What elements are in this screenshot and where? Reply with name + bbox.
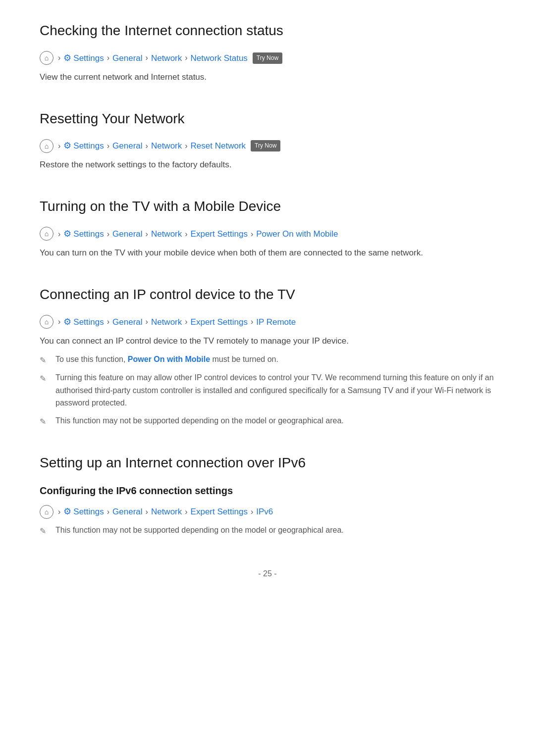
bc-expert-5: Expert Settings xyxy=(191,505,248,518)
section-resetting-network: Resetting Your Network ⌂ › ⚙ Settings › … xyxy=(40,108,495,172)
bc-dest-3: Power On with Mobile xyxy=(256,227,338,241)
section-title-checking: Checking the Internet connection status xyxy=(40,20,495,42)
home-icon: ⌂ xyxy=(40,51,54,65)
note-item-1: ✎ To use this function, Power On with Mo… xyxy=(40,353,495,367)
bc-dest-1: Network Status xyxy=(191,51,248,65)
pencil-icon-3: ✎ xyxy=(40,414,51,428)
section-title-mobile: Turning on the TV with a Mobile Device xyxy=(40,196,495,218)
desc-mobile: You can turn on the TV with your mobile … xyxy=(40,246,495,260)
section-title-ip: Connecting an IP control device to the T… xyxy=(40,284,495,306)
bc-expert-3: Expert Settings xyxy=(191,227,248,241)
page-number: - 25 - xyxy=(40,567,495,580)
section-ipv6: Setting up an Internet connection over I… xyxy=(40,452,495,538)
breadcrumb-ipv6: ⌂ › ⚙ Settings › General › Network › Exp… xyxy=(40,504,495,519)
note-text-3: This function may not be supported depen… xyxy=(55,414,495,427)
try-now-badge-2[interactable]: Try Now xyxy=(251,140,280,151)
bc-general-3: General xyxy=(112,227,142,241)
desc-resetting: Restore the network settings to the fact… xyxy=(40,158,495,172)
note-item-2: ✎ Turning this feature on may allow othe… xyxy=(40,371,495,409)
bc-network-4: Network xyxy=(151,315,182,329)
bc-network-1: Network xyxy=(151,51,182,65)
power-on-mobile-link: Power On with Mobile xyxy=(128,355,210,363)
ipv6-notes-list: ✎ This function may not be supported dep… xyxy=(40,524,495,538)
gear-icon-4: ⚙ xyxy=(63,315,71,329)
bc-settings-2: Settings xyxy=(73,139,104,152)
home-icon-2: ⌂ xyxy=(40,139,54,153)
bc-network-2: Network xyxy=(151,139,182,152)
gear-icon-1: ⚙ xyxy=(63,51,71,65)
bc-general-4: General xyxy=(112,315,142,329)
bc-network-3: Network xyxy=(151,227,182,241)
home-icon-3: ⌂ xyxy=(40,227,54,241)
pencil-icon-2: ✎ xyxy=(40,371,51,385)
bc-settings-1: Settings xyxy=(73,51,104,65)
gear-icon-5: ⚙ xyxy=(63,504,71,519)
breadcrumb-ip: ⌂ › ⚙ Settings › General › Network › Exp… xyxy=(40,315,495,329)
bc-dest-5: IPv6 xyxy=(256,505,273,518)
bc-dest-2: Reset Network xyxy=(191,139,246,152)
bc-expert-4: Expert Settings xyxy=(191,315,248,329)
try-now-badge-1[interactable]: Try Now xyxy=(253,52,282,64)
bc-general-1: General xyxy=(112,51,142,65)
note-text-2: Turning this feature on may allow other … xyxy=(55,371,495,409)
section-title-resetting: Resetting Your Network xyxy=(40,108,495,130)
section-title-ipv6: Setting up an Internet connection over I… xyxy=(40,452,495,474)
ipv6-note-text-1: This function may not be supported depen… xyxy=(55,524,495,537)
bc-general-2: General xyxy=(112,139,142,152)
gear-icon-3: ⚙ xyxy=(63,227,71,241)
bc-general-5: General xyxy=(112,505,142,518)
section-ip-control: Connecting an IP control device to the T… xyxy=(40,284,495,428)
ip-notes-list: ✎ To use this function, Power On with Mo… xyxy=(40,353,495,428)
bc-settings-4: Settings xyxy=(73,315,104,329)
breadcrumb-checking: ⌂ › ⚙ Settings › General › Network › Net… xyxy=(40,51,495,65)
section-turning-on-mobile: Turning on the TV with a Mobile Device ⌂… xyxy=(40,196,495,260)
pencil-icon-4: ✎ xyxy=(40,524,51,538)
subsection-title-ipv6: Configuring the IPv6 connection settings xyxy=(40,483,495,499)
gear-icon-2: ⚙ xyxy=(63,139,71,153)
desc-checking: View the current network and Internet st… xyxy=(40,70,495,84)
breadcrumb-mobile: ⌂ › ⚙ Settings › General › Network › Exp… xyxy=(40,227,495,241)
bc-network-5: Network xyxy=(151,505,182,518)
note-item-3: ✎ This function may not be supported dep… xyxy=(40,414,495,428)
pencil-icon-1: ✎ xyxy=(40,353,51,367)
home-icon-5: ⌂ xyxy=(40,505,54,519)
desc-ip: You can connect an IP control device to … xyxy=(40,334,495,348)
bc-settings-3: Settings xyxy=(73,227,104,241)
bc-settings-5: Settings xyxy=(73,505,104,518)
breadcrumb-resetting: ⌂ › ⚙ Settings › General › Network › Res… xyxy=(40,139,495,153)
section-checking-internet: Checking the Internet connection status … xyxy=(40,20,495,84)
note-text-1: To use this function, Power On with Mobi… xyxy=(55,353,495,366)
ipv6-note-item-1: ✎ This function may not be supported dep… xyxy=(40,524,495,538)
home-icon-4: ⌂ xyxy=(40,315,54,329)
bc-dest-4: IP Remote xyxy=(256,315,296,329)
